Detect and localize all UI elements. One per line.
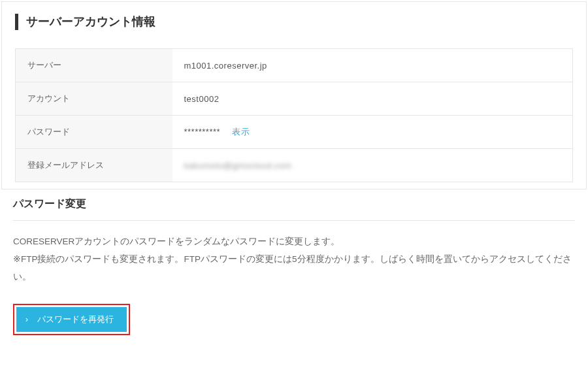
server-account-panel: サーバーアカウント情報 サーバー m1001.coreserver.jp アカウ… bbox=[1, 1, 587, 189]
panel-title: サーバーアカウント情報 bbox=[15, 14, 573, 30]
chevron-right-icon: › bbox=[25, 316, 28, 323]
table-row-email: 登録メールアドレス kakumoto@gmocloud.com bbox=[16, 149, 573, 182]
label-account: アカウント bbox=[16, 82, 172, 116]
desc-line-2: ※FTP接続のパスワードも変更されます。FTPパスワードの変更には5分程度かかり… bbox=[13, 254, 572, 282]
label-email: 登録メールアドレス bbox=[16, 149, 172, 182]
reissue-password-button[interactable]: › パスワードを再発行 bbox=[16, 307, 127, 332]
value-password-masked: ********** bbox=[184, 127, 221, 137]
desc-line-1: CORESERVERアカウントのパスワードをランダムなパスワードに変更します。 bbox=[13, 236, 340, 246]
reissue-button-highlight: › パスワードを再発行 bbox=[13, 304, 130, 335]
value-account: test0002 bbox=[172, 82, 573, 116]
account-info-table: サーバー m1001.coreserver.jp アカウント test0002 … bbox=[15, 48, 573, 182]
password-change-title: パスワード変更 bbox=[13, 197, 575, 221]
label-password: パスワード bbox=[16, 116, 172, 149]
value-server: m1001.coreserver.jp bbox=[172, 49, 573, 82]
label-server: サーバー bbox=[16, 49, 172, 82]
value-email-blurred: kakumoto@gmocloud.com bbox=[184, 161, 292, 171]
password-change-description: CORESERVERアカウントのパスワードをランダムなパスワードに変更します。 … bbox=[13, 233, 575, 285]
password-change-section: パスワード変更 CORESERVERアカウントのパスワードをランダムなパスワード… bbox=[0, 191, 588, 348]
table-row-password: パスワード ********** 表示 bbox=[16, 116, 573, 149]
value-password-cell: ********** 表示 bbox=[172, 116, 573, 149]
show-password-link[interactable]: 表示 bbox=[232, 127, 250, 137]
table-row-account: アカウント test0002 bbox=[16, 82, 573, 116]
value-email-cell: kakumoto@gmocloud.com bbox=[172, 149, 573, 182]
reissue-button-label: パスワードを再発行 bbox=[37, 314, 114, 325]
table-row-server: サーバー m1001.coreserver.jp bbox=[16, 49, 573, 82]
